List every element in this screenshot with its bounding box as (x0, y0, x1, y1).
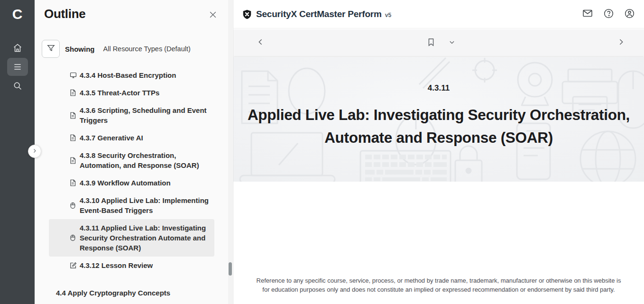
bookmark-menu-button[interactable] (445, 36, 459, 50)
filter-button[interactable] (42, 40, 60, 58)
chevron-left-icon (257, 40, 265, 47)
lesson-title-line2: Automate and Response (SOAR) (233, 126, 644, 149)
document-icon (70, 179, 77, 186)
filter-value: All Resource Types (Default) (103, 45, 191, 53)
scrollbar-thumb[interactable] (229, 262, 232, 276)
home-button[interactable] (7, 39, 28, 57)
outline-item[interactable]: 4.3.8 Security Orchestration, Automation… (49, 147, 214, 174)
outline-item-label: 4.3.8 Security Orchestration, Automation… (80, 150, 211, 170)
search-icon (13, 82, 22, 89)
messages-button[interactable] (581, 8, 594, 20)
help-button[interactable] (602, 8, 615, 20)
document-icon (70, 89, 77, 96)
account-button[interactable] (623, 8, 635, 20)
outline-panel-header: Outline (44, 7, 223, 26)
chevron-down-icon (449, 40, 455, 47)
chevron-right-icon (617, 40, 625, 47)
mouse-icon (70, 202, 77, 209)
outline-list: 4.3.4 Host-Based Encryption4.3.5 Threat-… (49, 66, 214, 274)
lesson-navigation (233, 29, 644, 56)
app-root: C Outline (0, 0, 644, 304)
search-button[interactable] (7, 77, 28, 95)
outline-item[interactable]: 4.3.6 Scripting, Scheduling and Event Tr… (49, 101, 214, 129)
outline-item-label: 4.3.10 Applied Live Lab: Implementing Ev… (80, 195, 211, 215)
header-icons (581, 8, 635, 20)
product-brand: SecurityX CertMaster Perform v5 (242, 9, 391, 19)
lesson-banner: 4.3.11 Applied Live Lab: Investigating S… (233, 57, 644, 182)
outline-item-label: 4.3.6 Scripting, Scheduling and Event Tr… (80, 105, 211, 125)
bookmark-group (424, 36, 459, 50)
lesson-title: Applied Live Lab: Investigating Security… (233, 103, 644, 149)
bookmark-icon (426, 42, 436, 49)
lesson-number: 4.3.11 (233, 83, 644, 93)
showing-label: Showing (65, 45, 95, 53)
outline-item-label: 4.3.11 Applied Live Lab: Investigating S… (80, 223, 211, 253)
outline-item[interactable]: 4.3.9 Workflow Automation (49, 174, 214, 192)
filter-row: Showing All Resource Types (Default) (42, 40, 228, 58)
outline-item-label: 4.3.7 Generative AI (80, 133, 143, 143)
outline-item[interactable]: 4.3.7 Generative AI (49, 129, 214, 147)
bookmark-button[interactable] (424, 36, 438, 50)
user-icon (624, 8, 635, 20)
chevron-right-icon (32, 147, 37, 155)
pencil-icon (70, 262, 77, 269)
outline-item[interactable]: 4.3.10 Applied Live Lab: Implementing Ev… (49, 192, 214, 219)
document-icon (70, 157, 77, 164)
next-lesson-button[interactable] (614, 36, 628, 50)
outline-item[interactable]: 4.3.12 Lesson Review (49, 257, 214, 274)
outline-panel: Outline Showing All Resource Types (Defa… (35, 0, 233, 304)
disclaimer-text: Reference to any specific course, servic… (254, 276, 624, 294)
lesson-title-line1: Applied Live Lab: Investigating Security… (233, 103, 644, 126)
main-header: SecurityX CertMaster Perform v5 (233, 0, 644, 28)
outline-next-section[interactable]: 4.4 Apply Cryptography Concepts (56, 289, 170, 297)
outline-scrollbar[interactable] (228, 0, 232, 304)
funnel-icon (46, 44, 55, 54)
outline-button[interactable] (7, 58, 28, 76)
outline-item-label: 4.3.12 Lesson Review (80, 260, 153, 270)
outline-item-label: 4.3.9 Workflow Automation (80, 178, 171, 188)
outline-item-label: 4.3.4 Host-Based Encryption (80, 70, 176, 80)
product-version: v5 (385, 12, 391, 18)
product-title: SecurityX CertMaster Perform (256, 9, 382, 19)
securityx-shield-icon (242, 9, 252, 19)
previous-lesson-button[interactable] (253, 36, 267, 50)
panel-title: Outline (44, 7, 223, 21)
monitor-icon (70, 72, 77, 79)
home-icon (13, 44, 22, 51)
outline-item[interactable]: 4.3.5 Threat-Actor TTPs (49, 84, 214, 101)
panel-collapse-button[interactable] (28, 145, 41, 158)
mail-icon (582, 8, 593, 20)
comptia-logo: C (0, 5, 35, 24)
document-icon (70, 112, 77, 119)
main-content: SecurityX CertMaster Perform v5 (233, 0, 644, 304)
menu-icon (13, 63, 22, 70)
outline-item-label: 4.3.5 Threat-Actor TTPs (80, 88, 159, 98)
document-icon (70, 134, 77, 141)
outline-item[interactable]: 4.3.4 Host-Based Encryption (49, 66, 214, 84)
help-icon (603, 8, 614, 20)
close-icon (208, 14, 218, 21)
outline-item[interactable]: 4.3.11 Applied Live Lab: Investigating S… (49, 219, 214, 257)
mouse-icon (70, 234, 77, 241)
close-panel-button[interactable] (206, 9, 220, 22)
